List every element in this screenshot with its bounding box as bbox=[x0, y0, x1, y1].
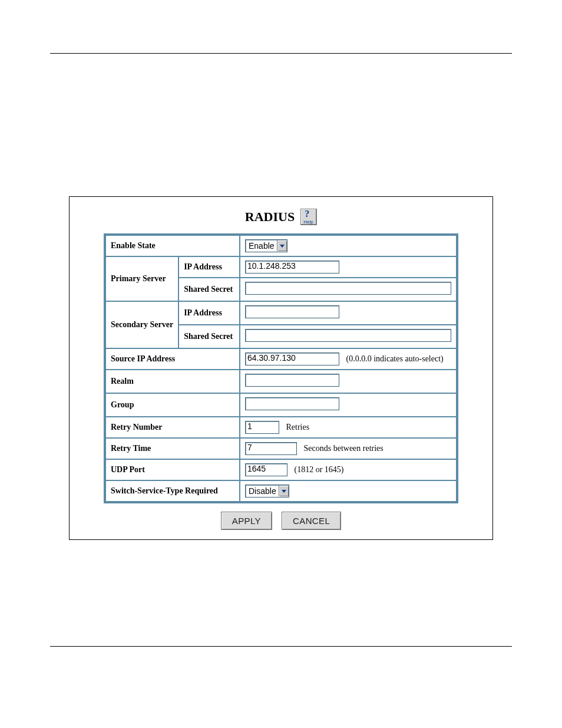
cell-primary-secret bbox=[240, 278, 457, 301]
chevron-down-icon bbox=[277, 241, 287, 251]
cell-retry-number: 1 Retries bbox=[240, 417, 457, 438]
label-group: Group bbox=[105, 393, 240, 417]
label-primary-secret: Shared Secret bbox=[178, 278, 240, 301]
radius-form-table: Enable State Enable Primary Server IP Ad… bbox=[105, 235, 457, 502]
switch-service-type-value: Disable bbox=[247, 486, 279, 496]
cell-secondary-ip bbox=[240, 301, 457, 325]
top-separator bbox=[50, 53, 512, 54]
retry-time-hint: Seconds between retries bbox=[304, 444, 384, 453]
cancel-button[interactable]: CANCEL bbox=[282, 512, 341, 530]
panel-title: RADIUS bbox=[245, 209, 295, 225]
cell-udp-port: 1645 (1812 or 1645) bbox=[240, 459, 457, 480]
cell-realm bbox=[240, 370, 457, 393]
label-source-ip: Source IP Address bbox=[105, 348, 240, 370]
primary-secret-input[interactable] bbox=[245, 282, 451, 295]
cell-group bbox=[240, 393, 457, 417]
enable-state-select[interactable]: Enable bbox=[245, 239, 287, 252]
help-button-label: Help bbox=[303, 219, 313, 225]
label-enable-state: Enable State bbox=[105, 235, 240, 256]
label-primary-server: Primary Server bbox=[105, 256, 178, 301]
help-button[interactable]: ? Help bbox=[300, 209, 317, 225]
label-retry-number: Retry Number bbox=[105, 417, 240, 438]
enable-state-value: Enable bbox=[247, 241, 277, 251]
realm-input[interactable] bbox=[245, 374, 339, 387]
label-primary-ip: IP Address bbox=[178, 256, 240, 278]
group-input[interactable] bbox=[245, 397, 339, 410]
udp-port-input[interactable]: 1645 bbox=[245, 463, 287, 476]
label-secondary-server: Secondary Server bbox=[105, 301, 178, 348]
apply-button[interactable]: APPLY bbox=[221, 512, 272, 530]
cell-primary-ip: 10.1.248.253 bbox=[240, 256, 457, 278]
primary-ip-input[interactable]: 10.1.248.253 bbox=[245, 261, 339, 274]
source-ip-input[interactable]: 64.30.97.130 bbox=[245, 353, 339, 365]
label-realm: Realm bbox=[105, 370, 240, 393]
switch-service-type-select[interactable]: Disable bbox=[245, 485, 289, 498]
bottom-separator bbox=[50, 646, 512, 647]
secondary-ip-input[interactable] bbox=[245, 305, 339, 318]
label-secondary-ip: IP Address bbox=[178, 301, 240, 325]
retry-time-input[interactable]: 7 bbox=[245, 442, 297, 455]
label-switch-service-type: Switch-Service-Type Required bbox=[105, 480, 240, 502]
label-secondary-secret: Shared Secret bbox=[178, 325, 240, 348]
source-ip-hint: (0.0.0.0 indicates auto-select) bbox=[346, 354, 444, 364]
retry-number-input[interactable]: 1 bbox=[245, 421, 279, 434]
cell-secondary-secret bbox=[240, 325, 457, 348]
cell-enable-state: Enable bbox=[240, 235, 457, 256]
cell-source-ip: 64.30.97.130 (0.0.0.0 indicates auto-sel… bbox=[240, 348, 457, 370]
retry-number-hint: Retries bbox=[286, 423, 310, 432]
udp-port-hint: (1812 or 1645) bbox=[295, 465, 344, 475]
secondary-secret-input[interactable] bbox=[245, 329, 451, 342]
label-retry-time: Retry Time bbox=[105, 438, 240, 459]
cell-retry-time: 7 Seconds between retries bbox=[240, 438, 457, 459]
radius-panel: RADIUS ? Help Enable State Enable bbox=[69, 196, 493, 540]
cell-switch-service-type: Disable bbox=[240, 480, 457, 502]
label-udp-port: UDP Port bbox=[105, 459, 240, 480]
help-icon: ? bbox=[305, 209, 309, 219]
chevron-down-icon bbox=[279, 486, 289, 496]
